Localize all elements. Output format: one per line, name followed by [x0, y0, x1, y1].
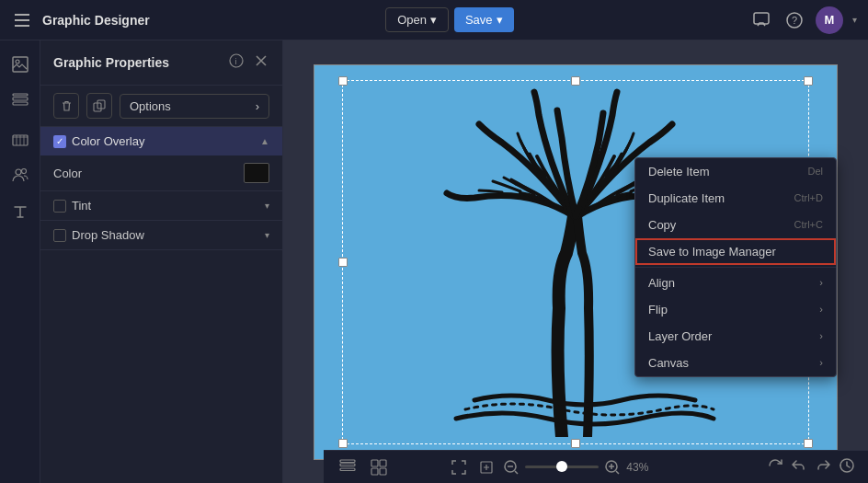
bottom-right-controls — [767, 457, 855, 477]
ctx-layer-order-label: Layer Order — [648, 329, 712, 343]
color-overlay-label: Color Overlay — [72, 134, 255, 148]
svg-rect-1 — [15, 19, 29, 21]
svg-rect-10 — [13, 94, 28, 96]
duplicate-button[interactable] — [86, 93, 112, 119]
svg-rect-19 — [340, 468, 355, 471]
svg-rect-3 — [754, 13, 769, 24]
save-button[interactable]: Save ▾ — [454, 7, 514, 32]
ctx-layer-order-item[interactable]: Layer Order › — [635, 323, 836, 350]
avatar[interactable]: M — [816, 6, 843, 34]
action-buttons: Open ▾ Save ▾ — [385, 7, 513, 32]
ctx-align-label: Align — [648, 276, 675, 290]
zoom-slider-thumb[interactable] — [556, 461, 567, 472]
chevron-down-icon: ▾ — [265, 230, 269, 240]
chevron-down-icon: ▾ — [852, 15, 857, 25]
sidebar-item-text[interactable] — [6, 197, 35, 226]
color-swatch[interactable] — [244, 163, 269, 183]
reset-button[interactable] — [767, 457, 783, 477]
ctx-canvas-label: Canvas — [648, 356, 689, 370]
close-icon[interactable] — [253, 52, 269, 73]
options-button[interactable]: Options › — [120, 94, 269, 119]
layers-toggle-button[interactable] — [337, 456, 359, 478]
ctx-flip-arrow: › — [819, 304, 823, 315]
topbar: Graphic Designer Open ▾ Save ▾ ? M ▾ — [0, 0, 868, 40]
fit-canvas-button[interactable] — [448, 456, 470, 478]
grid-toggle-button[interactable] — [368, 456, 390, 478]
ctx-delete-shortcut: Del — [807, 166, 823, 177]
svg-rect-21 — [371, 460, 378, 466]
undo-button[interactable] — [791, 457, 807, 477]
zoom-slider[interactable] — [525, 466, 599, 468]
ctx-canvas-item[interactable]: Canvas › — [635, 350, 836, 376]
ctx-copy-item[interactable]: Copy Ctrl+C — [635, 212, 836, 238]
delete-button[interactable] — [53, 93, 79, 119]
options-row: Options › — [40, 86, 282, 127]
color-row: Color — [40, 155, 282, 191]
chat-icon[interactable] — [749, 8, 773, 32]
panel-title: Graphic Properties — [53, 55, 220, 70]
svg-rect-0 — [15, 14, 29, 16]
chevron-down-icon: ▾ — [265, 201, 269, 211]
open-button[interactable]: Open ▾ — [385, 7, 449, 32]
chevron-right-icon: › — [256, 99, 259, 113]
svg-rect-22 — [380, 460, 386, 466]
svg-point-7 — [16, 60, 19, 63]
main-layout: Graphic Properties i — [0, 40, 868, 483]
sidebar-item-image[interactable] — [6, 50, 35, 79]
svg-point-12 — [16, 169, 21, 175]
properties-panel: Graphic Properties i — [40, 40, 283, 483]
history-button[interactable] — [839, 457, 855, 477]
sidebar-item-users[interactable] — [6, 160, 35, 190]
sidebar-item-shapes[interactable] — [6, 123, 35, 153]
ctx-save-image-label: Save to Image Manager — [648, 245, 776, 259]
color-overlay-section-header[interactable]: ✓ Color Overlay ▲ — [40, 127, 282, 155]
zoom-controls: 43% — [448, 456, 659, 478]
chevron-up-icon: ▲ — [260, 136, 269, 146]
svg-rect-2 — [15, 25, 29, 27]
zoom-in-button[interactable] — [604, 459, 621, 476]
chevron-down-icon: ▾ — [497, 13, 503, 27]
drop-shadow-checkbox[interactable] — [53, 229, 66, 242]
ctx-divider-1 — [635, 267, 836, 268]
ctx-delete-label: Delete Item — [648, 165, 709, 178]
app-title: Graphic Designer — [42, 13, 150, 28]
panel-header: Graphic Properties i — [40, 40, 282, 86]
color-label: Color — [53, 167, 236, 180]
ctx-canvas-arrow: › — [819, 357, 823, 368]
hamburger-menu[interactable] — [11, 10, 33, 30]
svg-text:?: ? — [792, 15, 797, 26]
ctx-align-item[interactable]: Align › — [635, 270, 836, 296]
color-overlay-checkbox[interactable]: ✓ — [53, 135, 66, 148]
tint-checkbox[interactable] — [53, 200, 66, 213]
canvas[interactable]: Delete Item Del Duplicate Item Ctrl+D Co… — [314, 64, 838, 460]
ctx-flip-item[interactable]: Flip › — [635, 296, 836, 323]
zoom-out-button[interactable] — [503, 459, 520, 476]
context-menu: Delete Item Del Duplicate Item Ctrl+D Co… — [634, 157, 837, 377]
redo-button[interactable] — [815, 457, 831, 477]
svg-rect-20 — [340, 460, 355, 463]
ctx-duplicate-item[interactable]: Duplicate Item Ctrl+D — [635, 185, 836, 212]
svg-rect-6 — [13, 57, 28, 72]
ctx-copy-shortcut: Ctrl+C — [794, 219, 823, 230]
ctx-duplicate-shortcut: Ctrl+D — [794, 192, 823, 203]
svg-rect-8 — [13, 98, 28, 100]
svg-rect-18 — [340, 464, 355, 466]
tint-section-header[interactable]: Tint ▾ — [40, 191, 282, 221]
zoom-fit-button[interactable] — [475, 456, 497, 478]
canvas-area[interactable]: Delete Item Del Duplicate Item Ctrl+D Co… — [283, 40, 868, 483]
drop-shadow-section-header[interactable]: Drop Shadow ▾ — [40, 221, 282, 250]
ctx-flip-label: Flip — [648, 303, 668, 316]
svg-rect-24 — [380, 468, 386, 475]
zoom-level: 43% — [626, 461, 659, 474]
svg-text:i: i — [235, 57, 237, 66]
ctx-save-image-item[interactable]: Save to Image Manager — [635, 238, 836, 265]
svg-rect-23 — [371, 468, 378, 475]
drop-shadow-label: Drop Shadow — [72, 228, 259, 242]
help-icon[interactable]: ? — [782, 8, 806, 32]
chevron-down-icon: ▾ — [430, 13, 437, 27]
ctx-delete-item[interactable]: Delete Item Del — [635, 158, 836, 185]
sidebar-item-layers[interactable] — [6, 86, 35, 116]
info-icon[interactable]: i — [227, 52, 246, 74]
bottom-bar: 43% — [324, 450, 868, 483]
icon-sidebar — [0, 40, 40, 483]
